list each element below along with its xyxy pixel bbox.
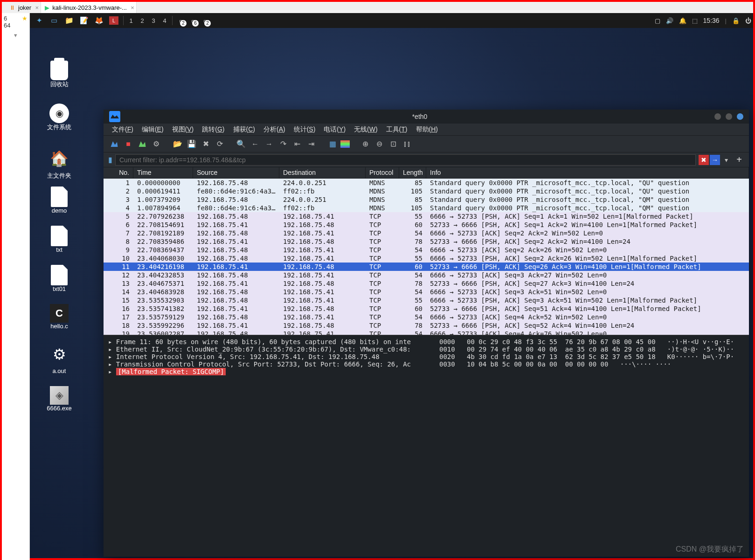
autoscroll-icon[interactable]: ▦ bbox=[326, 138, 339, 150]
close-button[interactable] bbox=[737, 113, 743, 120]
maximize-button[interactable] bbox=[726, 113, 732, 120]
notifications-icon[interactable]: 🔔 bbox=[679, 17, 686, 24]
display-filter-input[interactable] bbox=[115, 154, 696, 166]
desktop[interactable]: 回收站◉文件系统🏠主文件夹demotxttxt01Chello.c⚙a.out◈… bbox=[30, 28, 753, 560]
desktop-icon-txt[interactable]: txt bbox=[41, 226, 77, 253]
desktop-icon-filesys[interactable]: ◉文件系统 bbox=[41, 104, 77, 131]
close-icon[interactable]: × bbox=[131, 4, 134, 11]
column-headers[interactable]: No. Time Source Destination Protocol Len… bbox=[104, 167, 749, 179]
desktop-icon-helloc[interactable]: Chello.c bbox=[41, 304, 77, 330]
add-filter-button[interactable]: + bbox=[734, 155, 744, 165]
packet-row[interactable]: 20.000619411fe80::6d4e:91c6:4a3…ff02::fb… bbox=[104, 187, 749, 195]
packet-row[interactable]: 1723.535759129192.168.75.48192.168.75.41… bbox=[104, 313, 749, 321]
display-icon[interactable]: ▢ bbox=[655, 17, 660, 24]
menu-item[interactable]: 文件(F) bbox=[108, 125, 137, 134]
desktop-icon-recycle[interactable]: 回收站 bbox=[41, 61, 77, 89]
desktop-icon-aout[interactable]: ⚙a.out bbox=[41, 343, 77, 374]
goto-last-icon[interactable]: ⇥ bbox=[305, 138, 317, 150]
packet-row[interactable]: 1823.535992296192.168.75.41192.168.75.48… bbox=[104, 321, 749, 330]
desktop-icon-txt01[interactable]: txt01 bbox=[41, 265, 77, 292]
close-icon[interactable]: × bbox=[35, 4, 39, 11]
jump-icon[interactable]: ↷ bbox=[277, 138, 289, 150]
packet-row[interactable]: 1123.404216198192.168.75.41192.168.75.48… bbox=[104, 263, 749, 271]
search-icon[interactable]: 🔍 bbox=[235, 138, 247, 150]
terminal-icon[interactable]: L bbox=[107, 14, 120, 27]
frame-line[interactable]: ▸ Frame 11: 60 bytes on wire (480 bits),… bbox=[108, 338, 430, 346]
menu-item[interactable]: 无线(W) bbox=[350, 125, 381, 134]
menu-item[interactable]: 捕获(C) bbox=[229, 125, 259, 134]
packet-row[interactable]: 10.000000000192.168.75.48224.0.0.251MDNS… bbox=[104, 179, 749, 187]
firefox-icon[interactable]: 🦊 bbox=[92, 14, 105, 27]
back-icon[interactable]: ← bbox=[249, 138, 261, 150]
packet-row[interactable]: 41.007894964fe80::6d4e:91c6:4a3…ff02::fb… bbox=[104, 204, 749, 212]
menu-item[interactable]: 电话(Y) bbox=[320, 125, 349, 134]
minimize-button[interactable] bbox=[714, 113, 721, 120]
workspace-3[interactable]: 3 bbox=[148, 17, 159, 24]
zoom-in-icon[interactable]: ⊕ bbox=[359, 138, 371, 150]
save-icon[interactable]: 💾 bbox=[186, 138, 198, 150]
packet-row[interactable]: 922.708369437192.168.75.48192.168.75.41T… bbox=[104, 246, 749, 254]
window-list-icon[interactable]: ▭ bbox=[48, 14, 61, 27]
packet-row[interactable]: 1623.535741382192.168.75.41192.168.75.48… bbox=[104, 304, 749, 313]
host-tab-joker[interactable]: ⏸ joker × bbox=[6, 2, 41, 13]
packet-row[interactable]: 522.707926238192.168.75.48192.168.75.41T… bbox=[104, 212, 749, 221]
menu-item[interactable]: 跳转(G) bbox=[198, 125, 228, 134]
workspace-1[interactable]: 1 bbox=[125, 17, 137, 24]
packet-row[interactable]: 722.708192189192.168.75.48192.168.75.41T… bbox=[104, 229, 749, 237]
window-titlebar[interactable]: *eth0 bbox=[104, 110, 749, 124]
host-tab-kali[interactable]: ▶ kali-linux-2023.3-vmware-... × bbox=[41, 2, 137, 13]
malformed-line[interactable]: ▸ [Malformed Packet: SIGCOMP] bbox=[108, 368, 430, 375]
power-icon[interactable]: ⏻ bbox=[745, 17, 751, 24]
menu-item[interactable]: 工具(T) bbox=[382, 125, 411, 134]
packet-row[interactable]: 622.708154691192.168.75.41192.168.75.48T… bbox=[104, 221, 749, 229]
desktop-icon-exe[interactable]: ◈6666.exe bbox=[41, 386, 77, 412]
options-icon[interactable]: ⚙ bbox=[150, 138, 162, 150]
resize-columns-icon[interactable]: ⫿⫿ bbox=[401, 138, 413, 150]
tcp-line[interactable]: ▸ Transmission Control Protocol, Src Por… bbox=[108, 360, 430, 368]
zoom-reset-icon[interactable]: ⊡ bbox=[387, 138, 399, 150]
workspace-4[interactable]: 4 bbox=[159, 17, 170, 24]
menu-item[interactable]: 帮助(H) bbox=[412, 125, 442, 134]
forward-icon[interactable]: → bbox=[263, 138, 275, 150]
apply-filter-button[interactable]: → bbox=[710, 155, 720, 165]
ip-line[interactable]: ▸ Internet Protocol Version 4, Src: 192.… bbox=[108, 353, 430, 360]
note-icon[interactable]: 📝 bbox=[77, 14, 90, 27]
lock-icon[interactable]: 🔒 bbox=[732, 17, 740, 24]
open-icon[interactable]: 📂 bbox=[172, 138, 184, 150]
menu-item[interactable]: 编辑(E) bbox=[138, 125, 167, 134]
packet-row[interactable]: 1023.404068030192.168.75.48192.168.75.41… bbox=[104, 254, 749, 263]
close-file-icon[interactable]: ✖ bbox=[200, 138, 212, 150]
hex-dump[interactable]: 0000 00 0c 29 c0 48 f3 3c 55 76 20 9b 67… bbox=[435, 335, 749, 557]
start-capture-icon[interactable] bbox=[108, 138, 120, 150]
colorize-icon[interactable] bbox=[340, 140, 350, 148]
files-icon[interactable]: 📁 bbox=[62, 14, 76, 27]
volume-icon[interactable]: 🔊 bbox=[666, 17, 673, 24]
menu-item[interactable]: 视图(V) bbox=[168, 125, 198, 134]
workspace-2[interactable]: 2 bbox=[137, 17, 148, 24]
kali-menu-icon[interactable]: ✦ bbox=[33, 14, 46, 27]
detail-tree[interactable]: ▸ Frame 11: 60 bytes on wire (480 bits),… bbox=[104, 335, 435, 557]
packet-rows[interactable]: 10.000000000192.168.75.48224.0.0.251MDNS… bbox=[104, 179, 749, 335]
menu-item[interactable]: 分析(A) bbox=[260, 125, 289, 134]
goto-first-icon[interactable]: ⇤ bbox=[291, 138, 303, 150]
clock[interactable]: 15:36 bbox=[703, 17, 720, 24]
stop-capture-icon[interactable]: ■ bbox=[122, 138, 134, 150]
desktop-icon-home[interactable]: 🏠主文件夹 bbox=[41, 147, 77, 180]
menu-item[interactable]: 统计(S) bbox=[290, 125, 319, 134]
restart-capture-icon[interactable] bbox=[136, 138, 148, 150]
packet-row[interactable]: 1523.535532903192.168.75.48192.168.75.41… bbox=[104, 296, 749, 304]
clear-filter-button[interactable]: ✖ bbox=[699, 155, 709, 165]
bookmark-icon[interactable]: ▮ bbox=[108, 155, 112, 164]
network-icon[interactable]: ⬚ bbox=[692, 17, 698, 24]
packet-row[interactable]: 31.007379209192.168.75.48224.0.0.251MDNS… bbox=[104, 195, 749, 204]
packet-row[interactable]: 1423.404683928192.168.75.48192.168.75.41… bbox=[104, 288, 749, 296]
reload-icon[interactable]: ⟳ bbox=[214, 138, 226, 150]
zoom-out-icon[interactable]: ⊖ bbox=[373, 138, 385, 150]
chevron-down-icon[interactable]: ▾ bbox=[4, 32, 28, 39]
packet-row[interactable]: 1223.404232853192.168.75.48192.168.75.41… bbox=[104, 271, 749, 279]
ethernet-line[interactable]: ▸ Ethernet II, Src: CloudNet_20:9b:67 (3… bbox=[108, 346, 430, 353]
packet-row[interactable]: 822.708359486192.168.75.41192.168.75.48T… bbox=[104, 237, 749, 246]
packet-row[interactable]: 1323.404675371192.168.75.41192.168.75.48… bbox=[104, 279, 749, 288]
packet-row[interactable]: 1923.536002287192.168.75.48192.168.75.41… bbox=[104, 330, 749, 335]
recent-filter-button[interactable]: ▾ bbox=[721, 155, 731, 165]
